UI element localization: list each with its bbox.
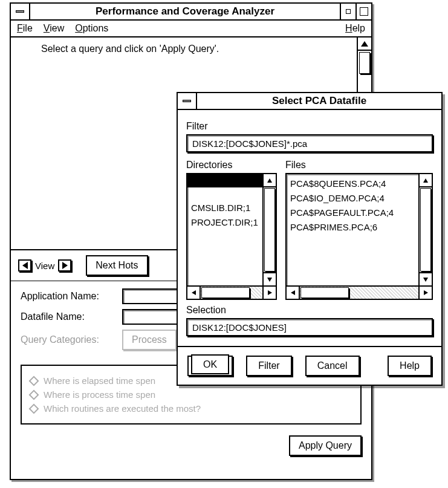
select-datafile-dialog: Select PCA Datafile Filter Directories C… — [177, 92, 443, 386]
menu-file[interactable]: File — [17, 23, 33, 34]
files-hscrollbar[interactable] — [285, 287, 433, 300]
menubar: File View Options Help — [11, 21, 371, 37]
query-option[interactable]: Which routines are executed the most? — [30, 403, 352, 414]
window-menu-button[interactable] — [11, 4, 30, 19]
selection-input[interactable] — [186, 318, 433, 336]
scroll-down-icon[interactable] — [420, 273, 432, 285]
filter-button[interactable]: Filter — [246, 356, 292, 376]
directories-vscrollbar[interactable] — [264, 173, 277, 287]
default-button-frame: OK — [187, 356, 233, 376]
view-prev-button[interactable] — [18, 259, 31, 272]
files-label: Files — [285, 160, 433, 171]
view-label: View — [35, 261, 54, 271]
titlebar: Performance and Coverage Analyzer — [11, 4, 371, 21]
menu-view[interactable]: View — [44, 23, 64, 34]
scroll-down-icon[interactable] — [264, 273, 276, 285]
filter-input[interactable] — [186, 134, 433, 152]
maximize-button[interactable] — [355, 4, 371, 19]
directories-label: Directories — [186, 160, 277, 171]
help-button[interactable]: Help — [388, 356, 432, 376]
scroll-up-icon[interactable] — [358, 37, 371, 51]
menu-help[interactable]: Help — [345, 23, 365, 34]
query-option-label: Which routines are executed the most? — [44, 403, 201, 414]
scroll-right-icon[interactable] — [264, 287, 276, 299]
list-item[interactable]: PCA$IO_DEMO.PCA;4 — [290, 191, 415, 206]
scroll-up-icon[interactable] — [264, 174, 276, 186]
selection-label: Selection — [186, 305, 433, 316]
files-vscrollbar[interactable] — [420, 173, 433, 287]
minimize-button[interactable] — [340, 4, 355, 19]
query-option[interactable]: Where is process time spen — [30, 389, 352, 400]
next-hotspot-button[interactable]: Next Hots — [86, 255, 148, 276]
list-item[interactable]: PCA$8QUEENS.PCA;4 — [290, 177, 415, 191]
list-item[interactable]: CMSLIB.DIR;1 — [191, 201, 259, 215]
view-next-button[interactable] — [58, 259, 71, 272]
query-option-label: Where is process time spen — [44, 389, 155, 400]
query-categories-dropdown[interactable]: Process — [122, 330, 177, 350]
directories-listbox[interactable]: CMSLIB.DIR;1 PROJECT.DIR;1 — [186, 173, 264, 287]
filter-label: Filter — [186, 121, 433, 132]
dialog-titlebar: Select PCA Datafile — [178, 93, 441, 110]
application-name-label: Application Name: — [21, 291, 117, 302]
query-option-label: Where is elapsed time spen — [44, 376, 155, 386]
window-title: Performance and Coverage Analyzer — [30, 5, 340, 18]
scroll-left-icon[interactable] — [287, 287, 299, 299]
directories-hscrollbar[interactable] — [186, 287, 277, 300]
ok-button[interactable]: OK — [191, 354, 229, 374]
radio-icon — [29, 403, 39, 414]
menu-options[interactable]: Options — [75, 23, 108, 34]
files-listbox[interactable]: PCA$8QUEENS.PCA;4 PCA$IO_DEMO.PCA;4 PCA$… — [285, 173, 420, 287]
scroll-right-icon[interactable] — [420, 287, 432, 299]
radio-icon — [29, 389, 39, 400]
list-item[interactable]: PCA$PRIMES.PCA;6 — [290, 220, 415, 235]
scroll-up-icon[interactable] — [420, 174, 432, 186]
list-item[interactable]: PROJECT.DIR;1 — [191, 215, 259, 230]
datafile-name-label: Datafile Name: — [21, 311, 117, 322]
dialog-title: Select PCA Datafile — [197, 95, 441, 107]
scroll-left-icon[interactable] — [187, 287, 200, 299]
radio-icon — [29, 376, 39, 386]
scroll-thumb[interactable] — [359, 52, 370, 74]
cancel-button[interactable]: Cancel — [305, 356, 360, 376]
list-item[interactable] — [187, 174, 262, 187]
prompt-text: Select a query and click on 'Apply Query… — [11, 37, 371, 54]
apply-query-button[interactable]: Apply Query — [289, 435, 362, 456]
query-categories-label: Query Categories: — [21, 334, 117, 345]
list-item[interactable]: PCA$PAGEFAULT.PCA;4 — [290, 206, 415, 220]
dialog-menu-button[interactable] — [178, 93, 197, 109]
